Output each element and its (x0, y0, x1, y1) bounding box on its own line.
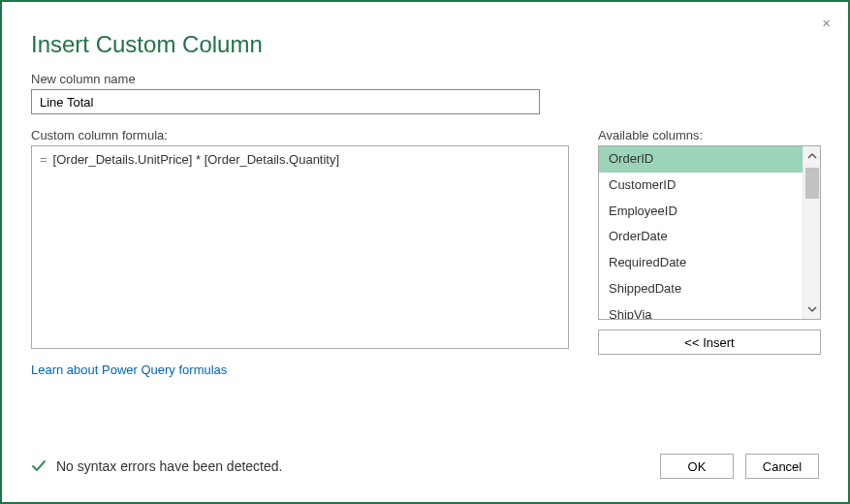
scrollbar[interactable] (803, 146, 820, 319)
status-row: No syntax errors have been detected. (31, 458, 282, 474)
learn-link[interactable]: Learn about Power Query formulas (31, 362, 227, 377)
close-icon[interactable]: × (822, 16, 831, 30)
list-item[interactable]: EmployeeID (599, 199, 803, 225)
list-item[interactable]: CustomerID (599, 173, 803, 199)
list-item[interactable]: OrderDate (599, 224, 803, 250)
scroll-thumb[interactable] (805, 168, 819, 199)
equals-sign: = (40, 152, 47, 167)
scroll-up-icon[interactable] (803, 146, 821, 166)
cancel-button[interactable]: Cancel (745, 454, 819, 479)
new-column-name-input[interactable] (31, 89, 540, 114)
formula-label: Custom column formula: (31, 128, 569, 142)
scroll-down-icon[interactable] (803, 299, 821, 319)
list-item[interactable]: RequiredDate (599, 250, 803, 276)
insert-custom-column-dialog: × Insert Custom Column New column name C… (0, 0, 850, 504)
formula-editor[interactable]: = [Order_Details.UnitPrice] * [Order_Det… (31, 145, 569, 349)
list-item[interactable]: ShipVia (599, 302, 803, 320)
new-column-name-label: New column name (31, 72, 819, 86)
status-text: No syntax errors have been detected. (56, 458, 282, 474)
dialog-title: Insert Custom Column (31, 31, 819, 58)
list-item[interactable]: OrderID (599, 146, 803, 173)
insert-button[interactable]: << Insert (598, 330, 821, 355)
formula-text[interactable]: [Order_Details.UnitPrice] * [Order_Detai… (53, 152, 560, 342)
list-item[interactable]: ShippedDate (599, 276, 803, 302)
check-icon (31, 458, 47, 474)
available-columns-label: Available columns: (598, 128, 821, 142)
ok-button[interactable]: OK (660, 454, 734, 479)
available-columns-list[interactable]: OrderIDCustomerIDEmployeeIDOrderDateRequ… (598, 145, 821, 320)
